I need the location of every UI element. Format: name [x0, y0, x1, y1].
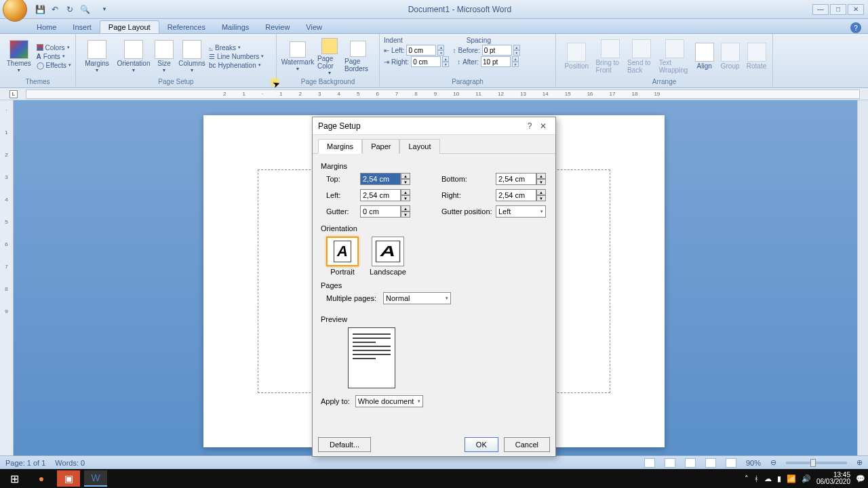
close-button[interactable]: ✕ — [848, 4, 864, 15]
vertical-ruler[interactable]: ·123456789 — [0, 100, 14, 461]
orientation-icon — [124, 40, 143, 59]
help-icon[interactable]: ? — [850, 22, 861, 33]
dialog-tab-layout[interactable]: Layout — [399, 139, 439, 154]
office-button[interactable] — [3, 0, 27, 22]
taskbar-chrome-icon[interactable]: ● — [30, 470, 53, 487]
margin-left-input[interactable] — [360, 189, 401, 201]
zoom-level[interactable]: 90% — [746, 459, 761, 467]
columns-button[interactable]: Columns▼ — [178, 40, 206, 73]
hyphenation-button[interactable]: bcHyphenation▾ — [209, 62, 264, 69]
paragraph-group-label: Paragraph — [384, 77, 551, 86]
view-web-layout-icon[interactable] — [685, 458, 696, 468]
tray-onedrive-icon[interactable]: ☁ — [764, 474, 772, 483]
themes-icon — [9, 40, 28, 59]
dialog-tab-paper[interactable]: Paper — [362, 139, 399, 154]
cancel-button[interactable]: Cancel — [504, 437, 550, 452]
tray-battery-icon[interactable]: ▮ — [777, 474, 781, 483]
undo-icon[interactable]: ↶ — [49, 3, 61, 16]
view-print-layout-icon[interactable] — [644, 458, 655, 468]
status-words[interactable]: Words: 0 — [55, 459, 85, 467]
spacing-after-icon: ↕ — [457, 58, 460, 66]
margin-left-spinner[interactable]: ▲▼ — [401, 189, 410, 201]
gutter-position-select[interactable]: Left▾ — [496, 205, 546, 218]
margin-bottom-spinner[interactable]: ▲▼ — [536, 173, 546, 185]
line-numbers-button[interactable]: ☰Line Numbers▾ — [209, 53, 264, 60]
apply-to-select[interactable]: Whole document▾ — [355, 395, 423, 407]
vertical-scrollbar[interactable] — [857, 100, 868, 461]
redo-icon[interactable]: ↻ — [64, 3, 76, 16]
margin-top-spinner[interactable]: ▲▼ — [401, 173, 410, 185]
minimize-button[interactable]: — — [812, 4, 829, 15]
margin-right-spinner[interactable]: ▲▼ — [536, 189, 546, 201]
margin-top-input[interactable] — [360, 173, 401, 185]
dialog-tab-margins[interactable]: Margins — [318, 139, 362, 154]
save-icon[interactable]: 💾 — [34, 3, 46, 16]
default-button[interactable]: Default... — [318, 437, 371, 452]
horizontal-ruler[interactable]: 21·12345678910111213141516171819 — [26, 89, 860, 99]
print-preview-icon[interactable]: 🔍 — [79, 3, 91, 16]
view-full-screen-icon[interactable] — [665, 458, 675, 468]
send-to-back-icon — [632, 39, 651, 58]
colors-button[interactable]: Colors▾ — [37, 44, 71, 52]
tab-selector[interactable]: L — [9, 90, 18, 98]
breaks-icon: ⎁ — [209, 44, 213, 52]
tab-references[interactable]: References — [159, 21, 214, 33]
zoom-slider[interactable] — [786, 462, 847, 464]
spacing-after-spinner[interactable]: ▲▼ — [512, 56, 519, 67]
indent-right-input[interactable] — [411, 56, 441, 67]
breaks-button[interactable]: ⎁Breaks▾ — [209, 44, 264, 52]
margin-bottom-input[interactable] — [496, 173, 536, 185]
tray-volume-icon[interactable]: 🔊 — [802, 474, 811, 483]
tray-show-hidden-icon[interactable]: ˄ — [745, 474, 749, 483]
tab-review[interactable]: Review — [257, 21, 298, 33]
view-draft-icon[interactable] — [726, 458, 736, 468]
maximize-button[interactable]: □ — [830, 4, 846, 15]
tab-insert[interactable]: Insert — [64, 21, 100, 33]
page-color-button[interactable]: Page Color▼ — [317, 38, 342, 75]
fonts-button[interactable]: AFonts▾ — [37, 53, 71, 60]
status-bar: Page: 1 of 1 Words: 0 90% ⊖ ⊕ — [0, 455, 868, 469]
preview-thumbnail — [348, 327, 395, 388]
margins-button[interactable]: Margins▼ — [80, 40, 114, 73]
tab-mailings[interactable]: Mailings — [214, 21, 257, 33]
page-borders-icon — [350, 41, 366, 57]
page-borders-button[interactable]: Page Borders — [344, 41, 372, 73]
zoom-out-button[interactable]: ⊖ — [770, 458, 776, 467]
hyphenation-icon: bc — [209, 62, 216, 69]
margin-right-input[interactable] — [496, 189, 536, 201]
status-page[interactable]: Page: 1 of 1 — [5, 459, 45, 467]
tray-notifications-icon[interactable]: 💬 — [856, 474, 865, 483]
dialog-help-button[interactable]: ? — [523, 121, 536, 131]
zoom-in-button[interactable]: ⊕ — [856, 458, 863, 467]
themes-button[interactable]: Themes ▼ — [4, 40, 34, 73]
indent-left-spinner[interactable]: ▲▼ — [437, 45, 444, 56]
qat-dropdown-icon[interactable]: ▼ — [102, 6, 107, 12]
view-outline-icon[interactable] — [705, 458, 716, 468]
gutter-spinner[interactable]: ▲▼ — [401, 205, 410, 218]
size-button[interactable]: Size▼ — [153, 40, 175, 73]
ok-button[interactable]: OK — [465, 437, 498, 452]
align-button[interactable]: Align — [693, 43, 715, 70]
orientation-landscape[interactable]: A Landscape — [370, 237, 406, 276]
spacing-before-spinner[interactable]: ▲▼ — [513, 45, 520, 56]
dialog-close-button[interactable]: ✕ — [536, 121, 550, 131]
tray-clock[interactable]: 13:45 06/03/2020 — [816, 472, 850, 485]
tab-home[interactable]: Home — [28, 21, 64, 33]
gutter-input[interactable] — [360, 205, 401, 218]
start-button[interactable]: ⊞ — [3, 470, 26, 487]
taskbar-camtasia-icon[interactable]: ▣ — [57, 470, 80, 487]
tray-bluetooth-icon[interactable]: ᚼ — [754, 474, 759, 483]
indent-right-spinner[interactable]: ▲▼ — [442, 56, 449, 67]
indent-left-input[interactable] — [406, 45, 436, 56]
spacing-after-input[interactable] — [481, 56, 511, 67]
effects-button[interactable]: ◯Effects▾ — [37, 62, 71, 69]
orientation-button[interactable]: Orientation▼ — [117, 40, 151, 73]
watermark-button[interactable]: Watermark▼ — [281, 41, 315, 71]
tab-page-layout[interactable]: Page Layout — [100, 20, 159, 33]
multiple-pages-select[interactable]: Normal▾ — [383, 292, 451, 304]
orientation-portrait[interactable]: A Portrait — [326, 237, 359, 276]
tray-wifi-icon[interactable]: 📶 — [787, 474, 796, 483]
taskbar-word-icon[interactable]: W — [84, 470, 107, 487]
tab-view[interactable]: View — [298, 21, 330, 33]
spacing-before-input[interactable] — [482, 45, 512, 56]
